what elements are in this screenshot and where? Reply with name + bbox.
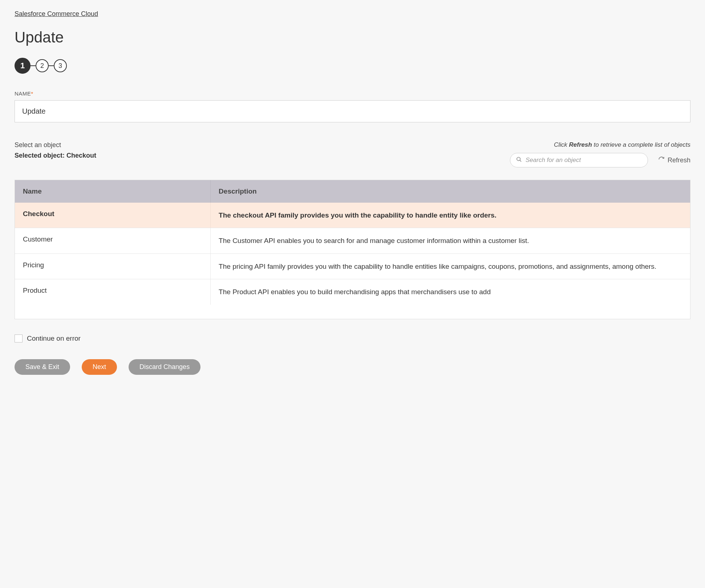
discard-button[interactable]: Discard Changes [129,359,200,375]
search-box[interactable] [510,153,648,167]
svg-point-0 [517,157,520,161]
name-field-block: NAME* [15,90,690,122]
step-connector [49,65,54,66]
search-input[interactable] [526,157,642,164]
table-body[interactable]: CheckoutThe checkout API family provides… [15,203,690,319]
table-cell-name: Customer [15,228,211,253]
table-cell-description: The pricing API family provides you with… [211,254,690,279]
continue-on-error-checkbox[interactable] [15,334,23,342]
table-row[interactable]: PricingThe pricing API family provides y… [15,254,690,279]
select-object-label: Select an object [15,141,96,149]
table-header-description: Description [211,180,690,203]
name-input[interactable] [15,100,690,122]
table-row[interactable]: CheckoutThe checkout API family provides… [15,203,690,228]
name-label-text: NAME [15,90,31,97]
step-1[interactable]: 1 [15,58,31,74]
refresh-icon [658,156,665,165]
hint-suffix: to retrieve a complete list of objects [594,141,690,148]
breadcrumb-link[interactable]: Salesforce Commerce Cloud [15,10,98,17]
page-title: Update [15,29,690,46]
hint-bold: Refresh [569,141,592,148]
table-cell-name: Pricing [15,254,211,279]
stepper: 1 2 3 [15,58,690,74]
object-section: Select an object Selected object: Checko… [15,141,690,319]
refresh-label: Refresh [668,157,690,164]
continue-on-error-label: Continue on error [27,334,81,342]
hint-prefix: Click [554,141,567,148]
step-2[interactable]: 2 [36,59,49,72]
continue-on-error-row: Continue on error [15,334,690,342]
step-3[interactable]: 3 [54,59,67,72]
step-connector [31,65,36,66]
objects-table: Name Description CheckoutThe checkout AP… [15,180,690,319]
required-mark: * [31,90,33,97]
save-exit-button[interactable]: Save & Exit [15,359,70,375]
table-cell-description: The checkout API family provides you wit… [211,203,690,228]
table-row[interactable]: CustomerThe Customer API enables you to … [15,228,690,253]
table-header: Name Description [15,180,690,203]
svg-line-1 [520,160,521,162]
refresh-button[interactable]: Refresh [658,156,690,165]
table-header-name: Name [15,180,211,203]
table-row[interactable]: ProductThe Product API enables you to bu… [15,279,690,304]
footer-buttons: Save & Exit Next Discard Changes [15,359,690,375]
refresh-hint: Click Refresh to retrieve a complete lis… [510,141,690,149]
table-cell-description: The Product API enables you to build mer… [211,279,690,304]
table-cell-name: Product [15,279,211,304]
selected-object-label: Selected object: Checkout [15,152,96,159]
table-cell-name: Checkout [15,203,211,228]
name-field-label: NAME* [15,90,690,97]
table-cell-description: The Customer API enables you to search f… [211,228,690,253]
search-icon [516,157,522,164]
selected-object-prefix: Selected object: [15,152,65,159]
next-button[interactable]: Next [82,359,117,375]
selected-object-value: Checkout [66,152,96,159]
